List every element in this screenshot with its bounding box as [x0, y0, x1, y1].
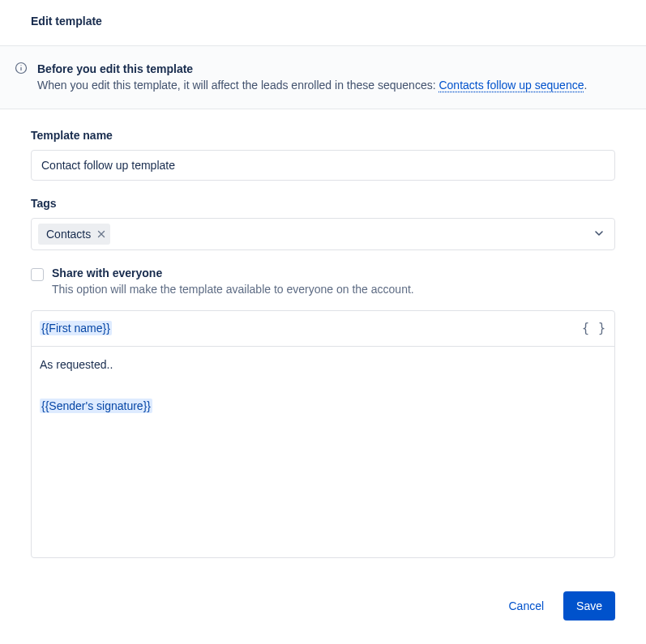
- template-name-label: Template name: [31, 129, 615, 142]
- info-text: Before you edit this template When you e…: [37, 61, 615, 94]
- tag-chip-label: Contacts: [46, 228, 91, 241]
- share-field: Share with everyone This option will mak…: [31, 267, 615, 296]
- info-body-suffix: .: [584, 79, 587, 92]
- body-text: As requested..: [40, 356, 606, 373]
- info-icon: [15, 62, 28, 75]
- modal-footer: Cancel Save: [0, 567, 646, 644]
- merge-token-firstname[interactable]: {{First name}}: [40, 321, 112, 335]
- tags-label: Tags: [31, 197, 615, 210]
- info-body-prefix: When you edit this template, it will aff…: [37, 79, 439, 92]
- tags-select[interactable]: Contacts: [31, 218, 615, 250]
- share-help: This option will make the template avail…: [52, 283, 414, 296]
- tag-chip: Contacts: [38, 224, 110, 245]
- chevron-down-icon: [593, 227, 605, 241]
- body-editor[interactable]: As requested.. {{Sender's signature}}: [32, 347, 614, 557]
- subject-input[interactable]: {{First name}} { }: [32, 311, 614, 347]
- share-checkbox[interactable]: [31, 268, 44, 281]
- info-heading: Before you edit this template: [37, 62, 193, 75]
- share-label: Share with everyone: [52, 267, 414, 279]
- form-area: Template name Tags Contacts: [0, 109, 646, 567]
- save-button[interactable]: Save: [563, 591, 615, 621]
- tags-field: Tags Contacts: [31, 197, 615, 250]
- sequence-link[interactable]: Contacts follow up sequence: [439, 79, 584, 92]
- template-editor: {{First name}} { } As requested.. {{Send…: [31, 310, 615, 558]
- insert-token-button[interactable]: { }: [582, 321, 606, 335]
- modal-header: Edit template: [0, 0, 646, 42]
- tag-remove-icon[interactable]: [97, 230, 105, 238]
- page-title: Edit template: [31, 15, 615, 28]
- scroll-region[interactable]: Before you edit this template When you e…: [0, 45, 646, 567]
- info-banner: Before you edit this template When you e…: [0, 46, 646, 109]
- merge-token-signature[interactable]: {{Sender's signature}}: [40, 399, 152, 413]
- template-name-input[interactable]: [31, 150, 615, 181]
- cancel-button[interactable]: Cancel: [495, 591, 557, 621]
- template-name-field: Template name: [31, 129, 615, 181]
- svg-point-2: [20, 65, 21, 66]
